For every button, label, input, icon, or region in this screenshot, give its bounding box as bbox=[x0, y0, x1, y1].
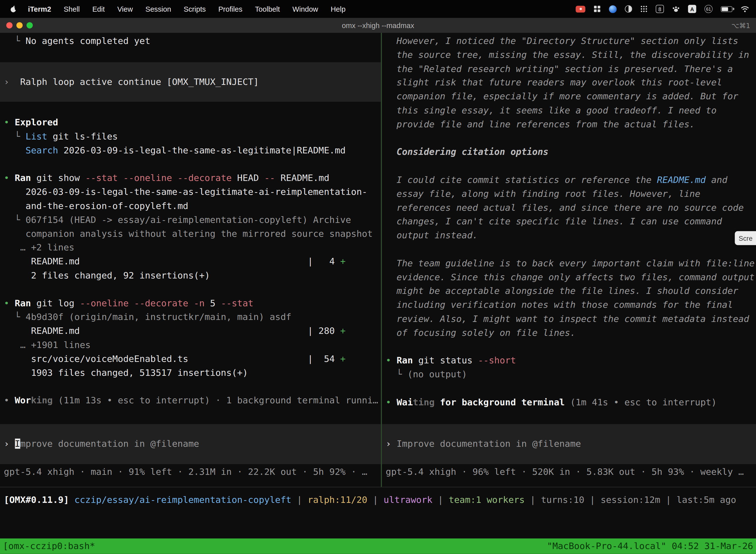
terminal-line: slight risk that future readers may over… bbox=[386, 76, 756, 90]
right-terminal-pane[interactable]: However, I noticed the "Directory Struct… bbox=[382, 33, 756, 487]
window-title-bar[interactable]: omx --xhigh --madmax ⌥⌘1 bbox=[0, 18, 756, 33]
terminal-line: └ No agents completed yet bbox=[4, 34, 381, 48]
menu-item-session[interactable]: Session bbox=[145, 5, 171, 13]
terminal-line: └ 067f154 (HEAD -> essay/ai-reimplementa… bbox=[4, 213, 381, 227]
terminal-line: └ (no output) bbox=[386, 368, 756, 382]
left-pane-top: └ No agents completed yet bbox=[4, 34, 381, 62]
paw-icon[interactable] bbox=[672, 5, 680, 12]
dots-grid-icon[interactable] bbox=[640, 5, 647, 12]
tmux-session-window[interactable]: [omx-cczip0:bash* bbox=[3, 539, 95, 553]
tmux-host-clock: "MacBook-Pro-44.local" 04:52 31-Mar-26 bbox=[547, 539, 753, 553]
left-terminal-pane[interactable]: └ No agents completed yet › Ralph loop a… bbox=[0, 33, 381, 487]
terminal-line: gpt-5.4 xhigh · 96% left · 520K in · 5.8… bbox=[386, 465, 756, 479]
terminal-line: and-the-erosion-of-copyleft.md bbox=[4, 199, 381, 213]
terminal-line bbox=[4, 158, 381, 171]
terminal-line: • Ran git log --oneline --decorate -n 5 … bbox=[4, 296, 381, 311]
terminal-line: • Ran git status --short bbox=[386, 354, 756, 368]
screen: iTerm2 Shell Edit View Session Scripts P… bbox=[0, 0, 756, 554]
half-circle-icon[interactable] bbox=[625, 5, 632, 12]
macos-menu-bar: iTerm2 Shell Edit View Session Scripts P… bbox=[0, 0, 756, 18]
terminal-line: including verification notes with those … bbox=[386, 298, 756, 312]
terminal-line: The team guideline is to back every impo… bbox=[386, 257, 756, 271]
terminal-line: changes, I can't cite specific file line… bbox=[386, 215, 756, 229]
terminal-line: … +2 lines bbox=[4, 241, 381, 255]
terminal-line: companion file, especially if more comme… bbox=[386, 90, 756, 104]
terminal-line: provide file and line references from th… bbox=[386, 118, 756, 131]
terminal-line: essay file, along with finding root file… bbox=[386, 187, 756, 201]
screen-recording-icon[interactable] bbox=[576, 5, 585, 12]
terminal-line: [OMX#0.11.9] cczip/essay/ai-reimplementa… bbox=[4, 493, 752, 507]
omx-status-bar: [OMX#0.11.9] cczip/essay/ai-reimplementa… bbox=[0, 487, 756, 507]
menu-item-window[interactable]: Window bbox=[293, 5, 318, 13]
terminal-line: might be acceptable alongside the file l… bbox=[386, 284, 756, 298]
tmux-status-bar: [omx-cczip0:bash* "MacBook-Pro-44.local"… bbox=[0, 538, 756, 554]
terminal-line: "MacBook-Pro-44.local" 04:52 31-Mar-26 bbox=[547, 539, 753, 553]
terminal-panes: └ No agents completed yet › Ralph loop a… bbox=[0, 33, 756, 487]
menu-item-view[interactable]: View bbox=[117, 5, 133, 13]
terminal-line bbox=[386, 131, 756, 146]
close-window-button[interactable] bbox=[6, 22, 12, 28]
terminal-line: I could cite commit statistics or refere… bbox=[386, 173, 756, 187]
terminal-line: of focusing solely on file lines. bbox=[386, 326, 756, 340]
terminal-line: › Ralph loop active continue [OMX_TMUX_I… bbox=[4, 75, 377, 89]
menu-item-help[interactable]: Help bbox=[331, 5, 345, 13]
terminal-line bbox=[386, 340, 756, 354]
blue-app-icon[interactable] bbox=[609, 5, 617, 13]
terminal-line bbox=[4, 102, 381, 116]
zoom-window-button[interactable] bbox=[26, 22, 33, 28]
screenshot-notification[interactable]: Scre bbox=[735, 231, 756, 245]
right-prompt-input[interactable]: › Improve documentation in @filename bbox=[382, 424, 756, 464]
battery-icon[interactable] bbox=[721, 6, 733, 12]
menu-status-icons: 8 A 61 bbox=[576, 5, 749, 13]
terminal-line: └ 4b9d30f (origin/main, instructkr/main,… bbox=[4, 311, 381, 324]
menu-item-iterm2[interactable]: iTerm2 bbox=[28, 5, 51, 13]
menu-item-shell[interactable]: Shell bbox=[64, 5, 80, 13]
wifi-icon[interactable] bbox=[741, 5, 749, 12]
input-source-icon[interactable]: A bbox=[688, 5, 696, 13]
terminal-line: README.md | 280 + bbox=[4, 324, 381, 338]
window-title: omx --xhigh --madmax bbox=[342, 21, 414, 30]
menu-item-toolbelt[interactable]: Toolbelt bbox=[255, 5, 280, 13]
terminal-line: └ List git ls-files bbox=[4, 130, 381, 144]
terminal-line: review. Also, I might want to inspect th… bbox=[386, 312, 756, 326]
menu-items: iTerm2 Shell Edit View Session Scripts P… bbox=[10, 5, 345, 13]
terminal-line bbox=[4, 380, 381, 394]
window-grid-icon[interactable] bbox=[593, 5, 601, 12]
terminal-line: companion analysis without altering the … bbox=[4, 227, 381, 241]
terminal-line: gpt-5.4 xhigh · main · 91% left · 2.31M … bbox=[4, 465, 381, 479]
traffic-lights bbox=[6, 22, 33, 28]
right-status-line: gpt-5.4 xhigh · 96% left · 520K in · 5.8… bbox=[386, 465, 756, 479]
terminal-line: • Ran git show --stat --oneline --decora… bbox=[4, 171, 381, 185]
left-prompt-input[interactable]: › Improve documentation in @filename bbox=[0, 424, 381, 464]
keycap-icon[interactable]: 8 bbox=[656, 5, 664, 13]
terminal-line bbox=[386, 382, 756, 395]
menu-item-edit[interactable]: Edit bbox=[92, 5, 105, 13]
left-pane-transcript: • Explored └ List git ls-files Search 20… bbox=[4, 102, 381, 408]
terminal-line: Considering citation options bbox=[386, 146, 756, 159]
left-status-line: gpt-5.4 xhigh · main · 91% left · 2.31M … bbox=[4, 465, 381, 479]
battery-fill bbox=[722, 7, 728, 11]
apple-menu-icon[interactable] bbox=[10, 5, 17, 13]
menu-item-scripts[interactable]: Scripts bbox=[184, 5, 206, 13]
terminal-line bbox=[386, 159, 756, 173]
terminal-line: references need actual files, and since … bbox=[386, 201, 756, 215]
terminal-line: … +1901 lines bbox=[4, 338, 381, 352]
ralph-loop-banner: › Ralph loop active continue [OMX_TMUX_I… bbox=[0, 62, 381, 102]
terminal-line: • Working (11m 13s • esc to interrupt) ·… bbox=[4, 394, 381, 407]
menu-item-profiles[interactable]: Profiles bbox=[218, 5, 242, 13]
terminal-line: • Explored bbox=[4, 116, 381, 130]
terminal-line: 2 files changed, 92 insertions(+) bbox=[4, 269, 381, 283]
terminal-line: this single essay, it seems like a good … bbox=[386, 104, 756, 118]
terminal-line: However, I noticed the "Directory Struct… bbox=[386, 34, 756, 48]
terminal-line: the "Related research writing" section i… bbox=[386, 62, 756, 76]
terminal-line: 1903 files changed, 513517 insertions(+) bbox=[4, 366, 381, 380]
terminal-line: Search 2026-03-09-is-legal-the-same-as-l… bbox=[4, 144, 381, 158]
battery-percent-badge: 61 bbox=[704, 5, 712, 13]
terminal-line: output instead. bbox=[386, 229, 756, 243]
terminal-line bbox=[386, 243, 756, 257]
minimize-window-button[interactable] bbox=[16, 22, 22, 28]
terminal-line: • Waiting for background terminal (1m 41… bbox=[386, 395, 756, 409]
terminal-line: README.md | 4 + bbox=[4, 255, 381, 269]
terminal-line: the source tree, missing the essay. Stil… bbox=[386, 48, 756, 62]
terminal-line: › Improve documentation in @filename bbox=[386, 437, 752, 451]
